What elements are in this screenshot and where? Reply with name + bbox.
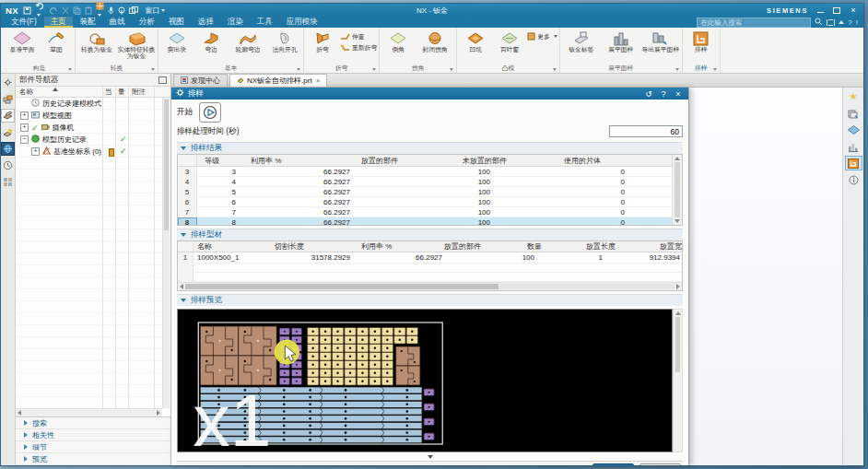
normal-cutout-button[interactable]: 法向开孔 bbox=[268, 29, 301, 53]
group-dialog-launcher[interactable] bbox=[68, 68, 72, 71]
tab-close-icon[interactable]: × bbox=[316, 76, 321, 85]
tree-row-model-views[interactable]: + 模型视图 bbox=[16, 110, 170, 122]
results-row[interactable]: 5566.292710001 bbox=[178, 187, 682, 197]
menu-select[interactable]: 选择 bbox=[192, 17, 220, 28]
scroll-down-icon[interactable] bbox=[674, 219, 680, 223]
dialog-close-icon[interactable]: × bbox=[673, 89, 684, 99]
section-details[interactable]: 细节 bbox=[16, 441, 170, 453]
contour-flange-button[interactable]: 轮廓弯边 bbox=[229, 29, 267, 53]
assembly-navigator-icon[interactable] bbox=[2, 93, 14, 105]
nesting-preview-canvas[interactable]: x1 bbox=[177, 309, 673, 452]
scroll-left-icon[interactable] bbox=[18, 410, 21, 416]
tab-discovery-center[interactable]: 发现中心 bbox=[173, 74, 228, 87]
tree-row-model-history[interactable]: − 模型历史记录 ✓ bbox=[16, 134, 170, 146]
surface-icon[interactable] bbox=[846, 123, 862, 136]
menu-application[interactable]: 应用模块 bbox=[280, 17, 324, 28]
louver-button[interactable]: 百叶窗 bbox=[493, 29, 526, 53]
scroll-left-icon[interactable] bbox=[180, 284, 183, 289]
history-icon[interactable] bbox=[2, 159, 14, 171]
favorites-star-icon[interactable]: ★ bbox=[846, 90, 862, 103]
roles-icon[interactable] bbox=[2, 76, 14, 88]
group-dialog-launcher[interactable] bbox=[450, 68, 453, 71]
dimple-button[interactable]: 凹坑 bbox=[459, 29, 492, 53]
bend-button[interactable]: 折弯 bbox=[306, 29, 339, 53]
ok-button[interactable]: 确定 bbox=[592, 463, 634, 465]
results-row[interactable]: 7766.292710001 bbox=[178, 207, 682, 217]
sheets-horizontal-scrollbar[interactable] bbox=[178, 282, 682, 290]
time-input[interactable] bbox=[609, 125, 683, 137]
tree-row-history-mode[interactable]: 历史记录建模模式 bbox=[16, 98, 170, 110]
rebend-button[interactable]: 重新折弯 bbox=[340, 42, 377, 53]
section-dependencies[interactable]: 相关性 bbox=[16, 429, 170, 441]
datum-plane-button[interactable]: 基准平面 bbox=[6, 29, 39, 53]
group-dialog-launcher[interactable] bbox=[151, 68, 155, 71]
col-sheets-used[interactable]: 使用的片体 bbox=[557, 156, 656, 166]
col-quantity[interactable]: 数量 bbox=[522, 241, 581, 252]
tree-row-datum-csys[interactable]: + 基准坐标系 (0) ✓ bbox=[16, 146, 170, 158]
dialog-reset-icon[interactable]: ↺ bbox=[643, 89, 654, 99]
notification-icon[interactable]: ! bbox=[856, 18, 858, 27]
nesting-button[interactable]: 排样 bbox=[685, 29, 718, 53]
web-browser-icon[interactable] bbox=[2, 143, 14, 155]
flange-button[interactable]: 弯边 bbox=[194, 29, 228, 53]
microphone-icon[interactable] bbox=[108, 6, 114, 15]
window-switch-icon[interactable] bbox=[129, 6, 138, 15]
sheets-row[interactable]: 1 1000X500_1 31578.2929 66.2927 100 1 91… bbox=[178, 252, 682, 263]
col-placed-width[interactable]: 放置宽度 bbox=[654, 241, 682, 252]
unbend-button[interactable]: 伸直 bbox=[340, 31, 377, 41]
scroll-up-icon[interactable] bbox=[675, 311, 681, 315]
cancel-button[interactable]: 取消 bbox=[639, 463, 681, 465]
results-row[interactable]: 3366.292710001 bbox=[178, 167, 682, 177]
group-dialog-launcher[interactable] bbox=[675, 68, 679, 71]
constraint-navigator-icon[interactable] bbox=[2, 126, 14, 138]
panel-pin-icon[interactable] bbox=[158, 76, 167, 84]
touch-mode-icon[interactable] bbox=[118, 6, 125, 15]
results-table-scrollbar[interactable] bbox=[672, 155, 682, 225]
flat-solid-icon[interactable] bbox=[846, 107, 862, 120]
scroll-right-icon[interactable] bbox=[157, 410, 160, 416]
column-b[interactable]: 量 bbox=[118, 88, 125, 97]
col-utilization[interactable]: 利用率 % bbox=[356, 241, 439, 252]
tree-vertical-scrollbar[interactable] bbox=[162, 98, 170, 408]
start-nesting-button[interactable] bbox=[199, 102, 221, 123]
dialog-title-bar[interactable]: 排样 ↺ ? × bbox=[171, 88, 688, 100]
solid-to-sheetmetal-button[interactable]: 实体特征转换为钣金 bbox=[117, 29, 156, 60]
section-search[interactable]: 搜索 bbox=[16, 417, 170, 429]
col-placed[interactable]: 放置的部件 bbox=[354, 156, 455, 166]
results-section-header[interactable]: 排样结果 bbox=[177, 142, 683, 154]
col-level[interactable]: 等级 bbox=[197, 156, 243, 166]
preview-vertical-scrollbar[interactable] bbox=[673, 309, 683, 452]
dialog-help-icon[interactable]: ? bbox=[658, 89, 669, 99]
export-flat-pattern-button[interactable]: 导出展平图样 bbox=[641, 29, 680, 53]
nesting-sidebar-icon[interactable] bbox=[846, 157, 862, 170]
more-button[interactable]: 更多 bbox=[527, 31, 557, 41]
tab-nesting-part[interactable]: NX钣金自动排样.prt × bbox=[229, 74, 327, 87]
flat-pattern-button[interactable]: 展平图样 bbox=[602, 29, 640, 53]
column-a[interactable]: 当 bbox=[105, 88, 112, 97]
sheets-section-header[interactable]: 排样型材 bbox=[177, 229, 683, 240]
info-icon[interactable] bbox=[846, 173, 862, 186]
col-placed[interactable]: 放置的部件 bbox=[439, 241, 522, 252]
minimize-ribbon-icon[interactable] bbox=[839, 20, 844, 24]
chamfer-button[interactable]: 倒角 bbox=[381, 29, 415, 53]
tab-button[interactable]: 突出块 bbox=[160, 29, 194, 53]
window-menu-button[interactable]: 窗口 bbox=[145, 6, 165, 16]
minimize-button[interactable] bbox=[815, 6, 826, 15]
search-icon[interactable] bbox=[815, 18, 823, 28]
undo-icon[interactable] bbox=[35, 2, 45, 18]
col-unplaced[interactable]: 未放置的部件 bbox=[455, 156, 557, 166]
restore-button[interactable] bbox=[831, 6, 842, 15]
help-icon[interactable]: ? bbox=[848, 18, 851, 27]
scroll-up-icon[interactable] bbox=[674, 157, 680, 160]
close-button[interactable]: × bbox=[848, 6, 859, 15]
selection-frame-icon[interactable] bbox=[827, 19, 835, 26]
closed-corner-button[interactable]: 封闭拐角 bbox=[416, 29, 454, 53]
section-preview[interactable]: 预览 bbox=[16, 453, 170, 465]
col-name[interactable]: 名称 bbox=[194, 241, 269, 252]
results-row-selected[interactable]: 8866.292710001 bbox=[178, 217, 682, 226]
scroll-right-icon[interactable] bbox=[676, 284, 680, 289]
tree-horizontal-scrollbar[interactable] bbox=[16, 408, 162, 416]
screenshot-icon[interactable] bbox=[96, 2, 104, 18]
menu-render[interactable]: 渲染 bbox=[221, 17, 250, 28]
col-utilization[interactable]: 利用率 % bbox=[243, 156, 354, 166]
